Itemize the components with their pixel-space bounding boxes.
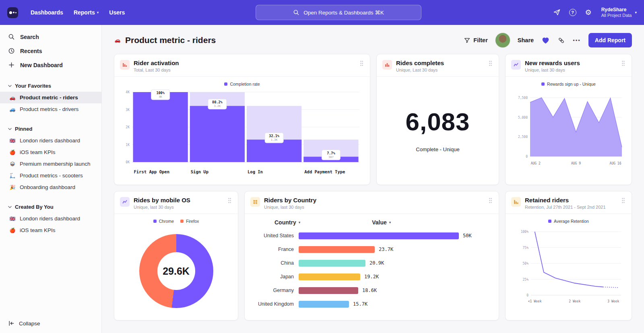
area-series[interactable] <box>530 98 622 156</box>
avatar[interactable] <box>495 33 510 47</box>
sidebar-item-product-metrics-scooters[interactable]: 🛴 Product metrics - scooters <box>0 170 101 181</box>
country-bar[interactable] <box>299 260 365 267</box>
value-column-dropdown[interactable]: Value ▾ <box>372 219 391 226</box>
svg-text:Add Payment Type: Add Payment Type <box>304 169 345 174</box>
funnel-step-callout: 100%4K <box>151 90 170 100</box>
country-value: 19.2K <box>364 274 379 280</box>
card-title[interactable]: Rides by mobile OS <box>134 197 190 204</box>
chevron-down-icon <box>8 128 12 130</box>
country-row: Germany18.6K <box>245 284 499 297</box>
funnel-step-callout: 7.7%307 <box>322 150 340 160</box>
country-label: United States <box>254 233 299 238</box>
collapse-left-icon <box>8 320 14 327</box>
sidebar-item-ios-kpis-2[interactable]: 🍎 iOS team KPIs <box>0 224 101 236</box>
filter-button[interactable]: Filter <box>464 37 487 44</box>
card-title[interactable]: Rider activation <box>134 60 179 66</box>
funnel-step-callout: 80.2%3.2K <box>208 99 227 109</box>
country-bar[interactable] <box>299 287 358 294</box>
sidebar-section-created-by-you: Created By You 🇬🇧 London riders dashboar… <box>0 201 101 236</box>
settings-gear-icon[interactable]: ⚙ <box>584 8 593 17</box>
funnel-chart[interactable]: 4K3K2K1K0KFirst App Open100%4KSign Up80.… <box>120 88 363 178</box>
country-bar[interactable] <box>299 273 360 280</box>
sidebar-item-product-metrics-drivers[interactable]: 🚙 Product metrics - drivers <box>0 103 101 115</box>
svg-text:AUG 2: AUG 2 <box>530 162 540 165</box>
drag-handle-icon[interactable] <box>359 60 364 69</box>
drag-handle-icon[interactable] <box>488 197 493 206</box>
dashboard-header: 🚗 Product metric - riders Filter Share •… <box>114 33 632 47</box>
card-title[interactable]: Riders by Country <box>264 197 316 204</box>
country-bar[interactable] <box>299 246 375 253</box>
section-toggle-favorites[interactable]: Your Favorites <box>0 80 101 92</box>
country-label: Japan <box>254 274 299 280</box>
country-value: 23.7K <box>379 247 393 252</box>
legend-swatch <box>548 220 551 223</box>
donut-chart[interactable]: 29.6K <box>139 234 213 308</box>
sidebar-recents[interactable]: Recents <box>0 44 101 58</box>
paper-plane-icon[interactable] <box>553 8 561 17</box>
legend-swatch <box>153 220 157 223</box>
global-search-input[interactable]: Open Reports & Dashboards ⌘K <box>256 5 421 20</box>
funnel-filter-icon <box>464 37 471 44</box>
account-switcher[interactable]: RydeShare All Project Data ▾ <box>601 7 637 18</box>
help-icon[interactable]: ? <box>568 8 577 17</box>
card-subtitle: Unique, last 30 days <box>264 205 316 210</box>
add-report-button[interactable]: Add Report <box>588 33 632 47</box>
table-chart-icon <box>250 197 260 207</box>
retention-line-chart[interactable]: 100%75%50%25%0<1 Week2 Week3 Week <box>512 225 625 306</box>
top-nav: Dashboards Reports▾ Users Open Reports &… <box>0 0 644 25</box>
sidebar-item-london-riders-2[interactable]: 🇬🇧 London riders dashboard <box>0 213 101 224</box>
retention-line[interactable] <box>535 232 603 287</box>
chart-legend: Chrome Firefox <box>120 216 232 225</box>
svg-text:100%: 100% <box>156 91 165 95</box>
donut-center-value: 29.6K <box>157 252 195 290</box>
caret-down-icon: ▾ <box>635 10 637 14</box>
nav-dashboards[interactable]: Dashboards <box>26 6 68 19</box>
funnel-bar-converted[interactable] <box>190 106 245 162</box>
svg-text:AUG 9: AUG 9 <box>571 162 580 165</box>
svg-text:4K: 4K <box>159 95 162 99</box>
sidebar-item-onboarding-dashboard[interactable]: 🎉 Onboarding dashboard <box>0 181 101 193</box>
sidebar-item-premium-membership[interactable]: 😀 Premium membership launch <box>0 158 101 170</box>
drag-handle-icon[interactable] <box>621 197 626 206</box>
share-button[interactable]: Share <box>518 37 534 43</box>
section-toggle-pinned[interactable]: Pinned <box>0 123 101 135</box>
copy-link-icon[interactable] <box>557 37 565 44</box>
app-logo[interactable] <box>7 7 18 18</box>
svg-text:80.2%: 80.2% <box>212 100 223 104</box>
funnel-bar-converted[interactable] <box>133 92 188 162</box>
country-bar[interactable] <box>299 301 349 308</box>
drag-handle-icon[interactable] <box>488 60 493 69</box>
nav-reports[interactable]: Reports▾ <box>69 6 103 19</box>
sidebar-item-product-metric-riders[interactable]: 🚗 Product metric - riders <box>0 92 101 103</box>
card-title[interactable]: Rides completes <box>396 60 444 66</box>
card-riders-by-country: Riders by Country Unique, last 30 days C… <box>244 191 499 321</box>
sidebar-search[interactable]: Search <box>0 30 101 44</box>
favorite-heart-icon[interactable] <box>541 37 550 44</box>
uk-flag-emoji-icon: 🇬🇧 <box>9 138 16 144</box>
country-label: France <box>254 247 299 252</box>
nav-users[interactable]: Users <box>105 6 129 19</box>
app-window: Dashboards Reports▾ Users Open Reports &… <box>0 0 644 333</box>
drag-handle-icon[interactable] <box>621 60 626 69</box>
area-chart[interactable]: 7,5005,0002,5000AUG 2AUG 9AUG 16 <box>512 88 625 169</box>
more-options-icon[interactable]: ••• <box>573 37 581 43</box>
svg-text:7.7%: 7.7% <box>327 151 335 155</box>
section-toggle-created-by-you[interactable]: Created By You <box>0 201 101 213</box>
drag-handle-icon[interactable] <box>227 197 232 206</box>
card-subtitle: Retention, Jul 27th 2021 - Sept 2nd 2021 <box>525 205 606 210</box>
svg-text:0: 0 <box>526 294 528 297</box>
country-bar[interactable] <box>299 232 459 239</box>
card-title[interactable]: New rewards users <box>525 60 580 66</box>
sidebar-item-london-riders[interactable]: 🇬🇧 London riders dashboard <box>0 135 101 146</box>
card-subtitle: Unique, last 30 days <box>134 205 190 210</box>
card-title[interactable]: Retained riders <box>525 197 606 204</box>
chart-legend: Completion rate <box>120 78 364 88</box>
metric-value: 6,083 <box>405 107 470 136</box>
svg-text:3 Week: 3 Week <box>607 300 619 303</box>
heart-shape <box>543 37 549 43</box>
sidebar-item-ios-kpis[interactable]: 🍎 iOS team KPIs <box>0 146 101 158</box>
sidebar-collapse-button[interactable]: Collapse <box>8 320 40 327</box>
country-column-dropdown[interactable]: Country ▾ <box>275 219 300 226</box>
sidebar-new-dashboard[interactable]: New Dashboard <box>0 58 101 72</box>
search-icon <box>8 33 15 40</box>
